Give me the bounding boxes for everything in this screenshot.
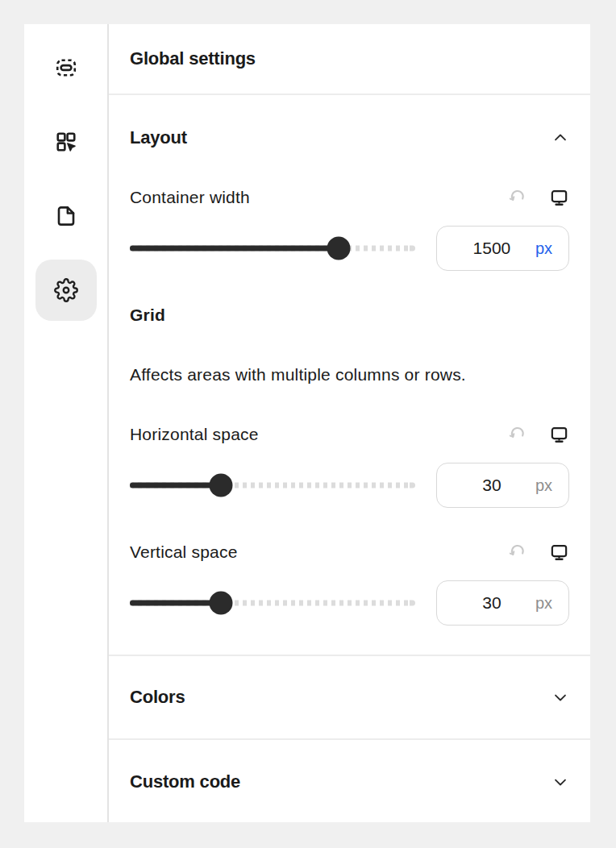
custom-code-section-header[interactable]: Custom code (109, 740, 590, 822)
slider-track-fill (130, 601, 221, 606)
panel-header: Global settings (109, 24, 590, 95)
layout-section: Layout Container width (109, 95, 590, 656)
container-width-unit[interactable]: px (535, 239, 552, 258)
reset-icon[interactable] (508, 188, 528, 208)
container-width-value[interactable]: 1500 (453, 239, 531, 258)
horizontal-space-value[interactable]: 30 (453, 476, 531, 495)
horizontal-space-header: Horizontal space (130, 419, 569, 450)
slider-thumb[interactable] (210, 474, 233, 497)
chevron-down-icon (551, 773, 569, 791)
chevron-up-icon (551, 129, 569, 147)
vertical-space-actions (508, 542, 569, 563)
horizontal-space-slider[interactable] (130, 463, 415, 508)
vertical-space-value[interactable]: 30 (453, 593, 531, 613)
sidebar-item-sections[interactable] (35, 37, 97, 98)
grid-heading: Grid (130, 300, 569, 330)
grid-description: Affects areas with multiple columns or r… (130, 360, 569, 390)
vertical-space-unit[interactable]: px (535, 594, 552, 613)
container-width-control: 1500 px (130, 226, 569, 271)
horizontal-space-actions (508, 425, 569, 445)
container-width-input[interactable]: 1500 px (436, 226, 569, 271)
horizontal-space-input[interactable]: 30 px (436, 463, 569, 508)
vertical-space-control: 30 px (130, 580, 569, 626)
gear-icon (54, 278, 78, 302)
vertical-space-slider[interactable] (130, 580, 415, 626)
sidebar-item-app-blocks[interactable] (35, 111, 97, 173)
custom-code-section-title: Custom code (130, 771, 240, 792)
horizontal-space-control: 30 px (130, 463, 569, 508)
layout-section-title: Layout (130, 127, 187, 148)
container-width-slider[interactable] (130, 226, 415, 271)
vertical-space-input[interactable]: 30 px (436, 580, 569, 626)
sidebar (24, 24, 109, 822)
chevron-down-icon (551, 688, 569, 706)
reset-icon[interactable] (508, 425, 528, 445)
page-icon (54, 204, 78, 228)
reset-icon[interactable] (508, 542, 528, 563)
slider-track-fill (130, 246, 339, 251)
container-width-header: Container width (130, 182, 569, 213)
desktop-device-icon[interactable] (549, 188, 569, 208)
slider-thumb[interactable] (327, 237, 351, 260)
settings-content: Global settings Layout Container width (109, 24, 590, 822)
desktop-device-icon[interactable] (549, 425, 569, 445)
colors-section-title: Colors (130, 687, 185, 708)
layout-section-header[interactable]: Layout (130, 123, 569, 153)
horizontal-space-unit[interactable]: px (535, 476, 552, 495)
colors-section-header[interactable]: Colors (109, 656, 590, 740)
vertical-space-header: Vertical space (130, 537, 569, 567)
container-width-actions (508, 188, 569, 208)
page-title: Global settings (130, 48, 256, 69)
container-width-label: Container width (130, 188, 250, 207)
settings-panel: Global settings Layout Container width (24, 24, 590, 822)
sections-icon (54, 56, 78, 80)
slider-track-fill (130, 483, 221, 488)
horizontal-space-label: Horizontal space (130, 425, 259, 444)
desktop-device-icon[interactable] (549, 542, 569, 563)
sidebar-item-pages[interactable] (35, 185, 97, 247)
sidebar-item-global-settings[interactable] (35, 260, 97, 321)
slider-thumb[interactable] (210, 592, 233, 615)
vertical-space-label: Vertical space (130, 542, 238, 562)
app-blocks-icon (54, 130, 78, 154)
